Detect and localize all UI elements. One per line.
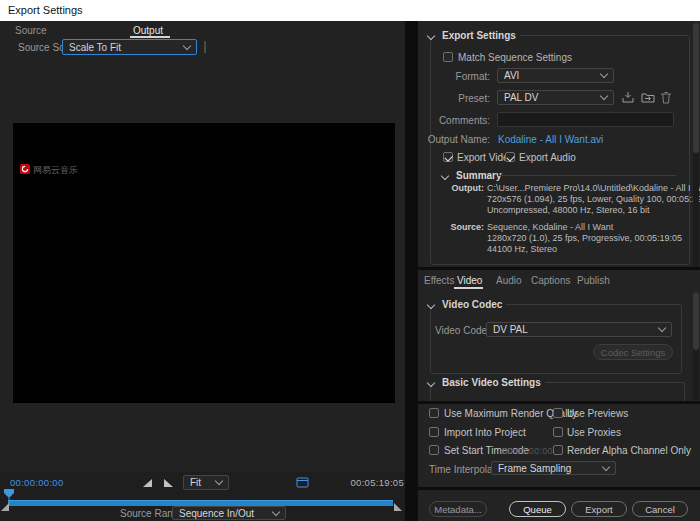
- chevron-down-icon: [272, 507, 280, 515]
- in-point-handle[interactable]: [1, 503, 9, 511]
- output-name-link[interactable]: Kodaline - All I Want.avi: [498, 134, 603, 145]
- summary-source-line3: 44100 Hz, Stereo: [487, 244, 557, 254]
- set-start-timecode-checkbox[interactable]: [429, 445, 439, 455]
- summary-header[interactable]: Summary: [438, 169, 506, 181]
- format-value: AVI: [504, 70, 601, 81]
- summary-source-line1: Sequence, Kodaline - All I Want: [487, 222, 613, 232]
- video-codec-header[interactable]: Video Codec: [424, 298, 506, 310]
- chevron-down-icon: [215, 477, 223, 485]
- chevron-down-icon: [600, 70, 608, 78]
- codec-settings-button[interactable]: Codec Settings: [593, 344, 673, 360]
- tab-publish[interactable]: Publish: [577, 275, 610, 286]
- tab-audio[interactable]: Audio: [496, 275, 522, 286]
- use-proxies-label: Use Proxies: [567, 427, 621, 438]
- format-label: Format:: [410, 71, 490, 82]
- import-into-project-checkbox[interactable]: [429, 427, 439, 437]
- summary-source-line2: 1280x720 (1.0), 25 fps, Progressive, 00:…: [487, 233, 682, 243]
- time-interpolation-select[interactable]: Frame Sampling: [491, 461, 616, 475]
- export-audio-label: Export Audio: [519, 152, 576, 163]
- summary-output-line1: C:\User...Premiere Pro\14.0\Untitled\Kod…: [487, 183, 700, 193]
- tab-output[interactable]: Output: [133, 25, 163, 36]
- export-settings-header-text: Export Settings: [442, 30, 516, 41]
- render-alpha-checkbox[interactable]: [553, 445, 563, 455]
- chevron-down-icon: [602, 462, 610, 470]
- export-audio-checkbox[interactable]: [505, 152, 515, 162]
- summary-output-line3: Uncompressed, 48000 Hz, Stereo, 16 bit: [487, 205, 650, 215]
- chevron-down-icon: [658, 324, 666, 332]
- summary-header-text: Summary: [456, 170, 502, 181]
- scrollbar-thumb[interactable]: [693, 23, 699, 153]
- import-preset-icon[interactable]: [641, 91, 655, 103]
- zoom-level-value: Fit: [190, 477, 216, 488]
- source-scaling-select[interactable]: Scale To Fit: [62, 39, 197, 55]
- summary-divider: [498, 175, 676, 176]
- chevron-down-icon: [441, 171, 449, 179]
- basic-video-header[interactable]: Basic Video Settings: [424, 376, 545, 388]
- render-alpha-label: Render Alpha Channel Only: [567, 445, 691, 456]
- video-codec-select[interactable]: DV PAL: [486, 322, 672, 337]
- preset-label: Preset:: [410, 93, 490, 104]
- use-max-render-checkbox[interactable]: [429, 408, 439, 418]
- chevron-down-icon: [427, 378, 435, 386]
- time-interpolation-value: Frame Sampling: [498, 463, 603, 474]
- output-name-label: Output Name:: [410, 134, 490, 145]
- tab-output-underline: [130, 36, 170, 38]
- match-sequence-checkbox[interactable]: [443, 52, 453, 62]
- preset-value: PAL DV: [504, 92, 601, 103]
- window-titlebar: [0, 0, 700, 21]
- use-previews-label: Use Previews: [567, 408, 628, 419]
- queue-button[interactable]: Queue: [509, 501, 566, 517]
- panel-splitter-grip[interactable]: [204, 41, 206, 53]
- source-scaling-value: Scale To Fit: [69, 42, 184, 53]
- chevron-down-icon: [600, 92, 608, 100]
- summary-output-label: Output:: [420, 183, 484, 193]
- export-button[interactable]: Export: [571, 501, 627, 517]
- set-out-point-icon[interactable]: [164, 479, 173, 487]
- chevron-down-icon: [183, 41, 191, 49]
- metadata-button[interactable]: Metadata...: [429, 501, 487, 517]
- scrollbar-thumb[interactable]: [693, 292, 699, 350]
- source-range-select[interactable]: Sequence In/Out: [172, 506, 286, 520]
- watermark-text: 网易云音乐: [33, 164, 78, 177]
- use-previews-checkbox[interactable]: [553, 408, 563, 418]
- use-proxies-checkbox[interactable]: [553, 427, 563, 437]
- source-range-value: Sequence In/Out: [179, 508, 273, 519]
- netease-logo-icon: [20, 164, 30, 174]
- export-video-checkbox[interactable]: [443, 152, 453, 162]
- tab-effects[interactable]: Effects: [424, 275, 454, 286]
- zoom-level-select[interactable]: Fit: [183, 475, 229, 490]
- out-point-handle[interactable]: [394, 503, 402, 511]
- video-codec-groupbox: [430, 304, 682, 374]
- tab-source[interactable]: Source: [15, 25, 47, 36]
- basic-video-header-text: Basic Video Settings: [442, 377, 541, 388]
- format-select[interactable]: AVI: [497, 68, 614, 83]
- import-into-project-label: Import Into Project: [444, 427, 526, 438]
- tab-captions[interactable]: Captions: [531, 275, 570, 286]
- comments-input[interactable]: [497, 112, 674, 127]
- set-in-point-icon[interactable]: [143, 479, 152, 487]
- tab-video[interactable]: Video: [457, 275, 482, 286]
- duration-timecode: 00:05:19:05: [348, 477, 404, 488]
- video-codec-value: DV PAL: [493, 324, 659, 335]
- preset-select[interactable]: PAL DV: [497, 90, 614, 105]
- delete-preset-icon[interactable]: [660, 91, 672, 104]
- summary-output-line2: 720x576 (1.094), 25 fps, Lower, Quality …: [487, 194, 700, 204]
- comments-label: Comments:: [410, 115, 490, 126]
- export-settings-dialog: Export Settings Source Output Source Sca…: [0, 0, 700, 521]
- chevron-down-icon: [427, 300, 435, 308]
- pane-divider: [418, 487, 700, 490]
- save-preset-icon[interactable]: [621, 91, 635, 104]
- pane-divider: [418, 267, 700, 270]
- pane-divider: [418, 401, 700, 404]
- crop-output-icon[interactable]: [296, 477, 309, 488]
- export-settings-header[interactable]: Export Settings: [424, 29, 520, 41]
- start-timecode-value[interactable]: 00:00:00:00: [502, 446, 553, 456]
- summary-source-label: Source:: [420, 222, 484, 232]
- current-timecode[interactable]: 00:00:00:00: [10, 477, 64, 488]
- tab-video-underline: [454, 287, 483, 289]
- window-title: Export Settings: [8, 0, 83, 21]
- chevron-down-icon: [427, 31, 435, 39]
- cancel-button[interactable]: Cancel: [632, 501, 688, 517]
- video-codec-header-text: Video Codec: [442, 299, 502, 310]
- match-sequence-label: Match Sequence Settings: [458, 52, 572, 63]
